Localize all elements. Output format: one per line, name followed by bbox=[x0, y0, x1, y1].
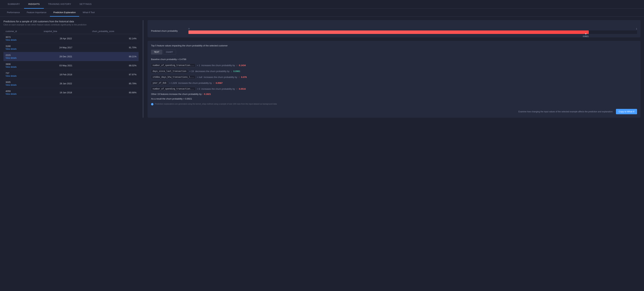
tab-training-history[interactable]: TRAINING HISTORY bbox=[44, 0, 75, 9]
info-title: Predictions for a sample of 100 customer… bbox=[4, 20, 138, 23]
table-row[interactable]: 3573 View details 28 Apr 2022 92.14% bbox=[4, 34, 138, 43]
feature-eq: = 1,929 bbox=[169, 82, 177, 84]
table-row[interactable]: 3168 View details 24 May 2017 91.70% bbox=[4, 43, 138, 52]
probability-section: Predicted churn probability 0 1 0.8921 bbox=[148, 20, 640, 37]
feature-direction-text: increases the churn probability by bbox=[202, 64, 235, 67]
row-score: 87.97% bbox=[90, 71, 138, 78]
info-subtitle: Click on each example to see which featu… bbox=[4, 23, 138, 26]
row-snapshot-date: 28 Apr 2022 bbox=[42, 35, 90, 42]
feature-direction-text: increases the churn probability by bbox=[178, 82, 212, 84]
feature-row: days_since_last_transaction = 19 decreas… bbox=[151, 69, 637, 73]
toggle-text[interactable]: TEXT bbox=[151, 50, 162, 54]
other-features-value: 0.1821 bbox=[204, 93, 211, 95]
row-view-details[interactable]: View details bbox=[6, 84, 40, 86]
row-customer-id: 4059 bbox=[6, 90, 40, 92]
other-features-row: Other 19 features increase the churn pro… bbox=[151, 93, 637, 95]
other-features-label: Other 19 features bbox=[151, 93, 168, 95]
col-header-customer-id: customer_id bbox=[4, 29, 42, 34]
feature-value: 0.0587 bbox=[216, 82, 222, 84]
row-view-details[interactable]: View details bbox=[6, 75, 40, 77]
baseline-row: Baseline churn probability = 0.4786 bbox=[151, 58, 637, 61]
right-panel: Predicted churn probability 0 1 0.8921 bbox=[148, 20, 640, 118]
feature-arrow: ↓ bbox=[231, 70, 232, 72]
feature-eq: = 19 bbox=[189, 70, 194, 72]
row-customer-id: 3168 bbox=[6, 45, 40, 47]
prob-bar-fill: 0.8921 bbox=[188, 30, 589, 34]
table-row[interactable]: 4059 View details 19 Jan 2018 80.68% bbox=[4, 88, 138, 97]
other-features-direction: increase the churn probability by bbox=[169, 93, 202, 95]
features-section: Top 5 feature values impacting the churn… bbox=[148, 41, 640, 118]
tab-performance[interactable]: Performance bbox=[4, 9, 23, 17]
tab-feature-importance[interactable]: Feature Importance bbox=[23, 9, 50, 17]
prob-axis-min: 0 bbox=[188, 28, 190, 30]
tab-settings[interactable]: SETTINGS bbox=[75, 0, 96, 9]
sub-nav: Performance Feature Importance Predictio… bbox=[0, 9, 644, 17]
feature-arrow: ↑ bbox=[236, 88, 238, 90]
row-snapshot-date: 19 Jan 2018 bbox=[42, 89, 90, 96]
toggle-chart[interactable]: CHART bbox=[163, 50, 176, 54]
row-customer-id: 3005 bbox=[6, 81, 40, 83]
row-score: 92.14% bbox=[90, 35, 138, 42]
row-view-details[interactable]: View details bbox=[6, 48, 40, 50]
prob-bar-marker: 0.8921 bbox=[583, 33, 589, 37]
customers-table: customer_id snapshot_time churn_probabil… bbox=[4, 29, 138, 97]
col-header-score: churn_probability_score bbox=[90, 29, 138, 34]
feature-eq: = null bbox=[197, 76, 202, 78]
feature-row: number_of_spending_transaction... = 0 in… bbox=[151, 87, 637, 91]
row-snapshot-date: 18 Feb 2018 bbox=[42, 71, 90, 78]
table-row[interactable]: 737 View details 18 Feb 2018 87.97% bbox=[4, 70, 138, 79]
tab-insights[interactable]: INSIGHTS bbox=[24, 0, 44, 9]
copy-to-what-if-button[interactable]: Copy to What-If bbox=[616, 109, 637, 114]
copy-section: Examine how changing the input values of… bbox=[151, 109, 637, 114]
feature-arrow: ↑ bbox=[239, 76, 240, 78]
other-features-arrow: ↑ bbox=[202, 93, 204, 95]
row-view-details[interactable]: View details bbox=[6, 66, 40, 68]
feature-row: year_of_dob = 1,929 increases the churn … bbox=[151, 81, 637, 85]
panel-divider bbox=[143, 20, 144, 118]
copy-text: Examine how changing the input values of… bbox=[151, 110, 613, 113]
feature-arrow: ↑ bbox=[213, 82, 214, 84]
result-text: As a result the churn probability bbox=[151, 97, 182, 100]
row-view-details[interactable]: View details bbox=[6, 93, 40, 95]
feature-direction-text: decreases the churn probability by bbox=[195, 70, 230, 72]
left-panel: Predictions for a sample of 100 customer… bbox=[4, 20, 138, 118]
table-row[interactable]: 2215 View details 29 Dec 2021 89.21% bbox=[4, 52, 138, 61]
info-note: i Prediction explanations are generated … bbox=[151, 103, 637, 105]
row-snapshot-date: 29 Dec 2021 bbox=[42, 53, 90, 60]
row-customer-id: 2215 bbox=[6, 54, 40, 56]
feature-row: number_of_spending_transaction... = 1 in… bbox=[151, 63, 637, 67]
feature-arrow: ↑ bbox=[236, 64, 238, 67]
row-view-details[interactable]: View details bbox=[6, 57, 40, 59]
main-content: Predictions for a sample of 100 customer… bbox=[0, 17, 644, 121]
feature-tag: year_of_dob bbox=[151, 81, 168, 85]
feature-direction-text: increases the churn probability by bbox=[202, 88, 235, 90]
table-row[interactable]: 3005 View details 28 Jan 2022 85.79% bbox=[4, 79, 138, 88]
row-snapshot-date: 28 Jan 2022 bbox=[42, 80, 90, 87]
feature-rows-container: number_of_spending_transaction... = 1 in… bbox=[151, 63, 637, 91]
result-value-num: = 0.8921 bbox=[183, 97, 192, 100]
features-title: Top 5 feature values impacting the churn… bbox=[151, 44, 637, 47]
row-score: 80.68% bbox=[90, 89, 138, 96]
feature-eq: = 1 bbox=[197, 64, 200, 67]
feature-direction-text: increases the churn probability by bbox=[204, 76, 237, 78]
prob-axis-max: 1 bbox=[636, 28, 637, 30]
feature-eq: = 0 bbox=[197, 88, 200, 90]
feature-value: 0.0516 bbox=[239, 88, 246, 90]
tab-prediction-explanation[interactable]: Prediction Explanation bbox=[50, 9, 79, 17]
feature-value: 0.076 bbox=[241, 76, 247, 78]
table-row[interactable]: 3908 View details 03 May 2021 88.02% bbox=[4, 61, 138, 70]
row-customer-id: 3573 bbox=[6, 36, 40, 38]
row-view-details[interactable]: View details bbox=[6, 39, 40, 41]
tab-what-if-tool[interactable]: What-If Tool bbox=[79, 9, 98, 17]
row-score: 91.70% bbox=[90, 44, 138, 51]
feature-tag: number_of_spending_transaction... bbox=[151, 87, 196, 91]
view-toggle: TEXT CHART bbox=[151, 50, 637, 54]
prob-label: Predicted churn probability bbox=[151, 30, 186, 32]
info-header: Predictions for a sample of 100 customer… bbox=[4, 20, 138, 26]
feature-tag: stddev_days_btw_transactions_l... bbox=[151, 75, 196, 79]
tab-summary[interactable]: SUMMARY bbox=[4, 0, 24, 9]
row-score: 85.79% bbox=[90, 80, 138, 87]
prob-marker-value: 0.8921 bbox=[583, 35, 589, 37]
row-customer-id: 737 bbox=[6, 72, 40, 74]
row-customer-id: 3908 bbox=[6, 63, 40, 65]
